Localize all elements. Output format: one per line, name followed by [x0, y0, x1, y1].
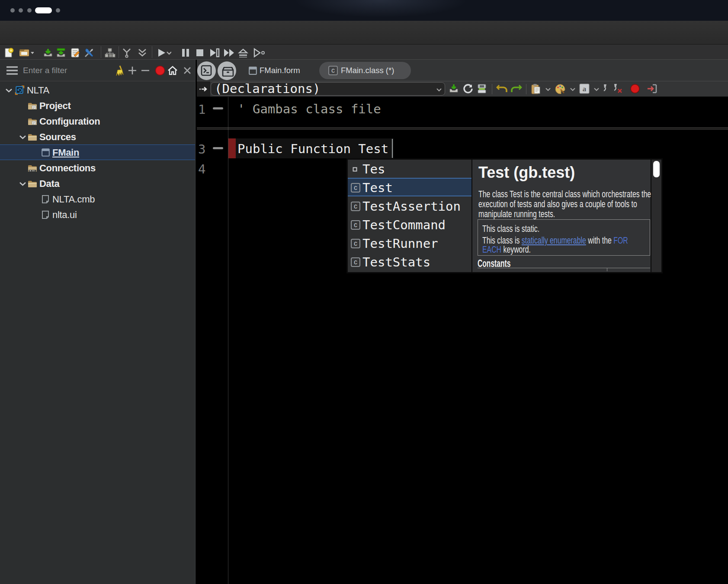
menubar-strip — [0, 21, 728, 44]
tree-item-nlta-ui[interactable]: nlta.ui — [0, 207, 195, 223]
run-until-cursor-button[interactable] — [253, 48, 263, 58]
autocomplete-query: Tes — [362, 160, 385, 179]
make-executable-button[interactable] — [104, 48, 115, 58]
tree-item-sources[interactable]: Sources — [0, 129, 195, 145]
save-all-button[interactable] — [56, 48, 66, 58]
chevron-down-icon[interactable] — [19, 135, 26, 139]
comment-button[interactable] — [603, 83, 614, 95]
main-toolbar — [0, 44, 728, 60]
statically-enumerable-link[interactable]: statically enumerable — [522, 235, 586, 246]
goto-button[interactable] — [197, 81, 210, 96]
pause-button[interactable] — [180, 48, 191, 58]
autocomplete-item-testrunner[interactable]: cTestRunner — [348, 234, 471, 253]
combo-value: (Declarations) — [215, 83, 320, 95]
tree-item-fmain[interactable]: FMain — [0, 144, 195, 160]
tree-item-configuration[interactable]: Configuration — [0, 114, 195, 129]
format-code-button[interactable] — [555, 83, 566, 95]
preferences-button[interactable] — [84, 48, 94, 58]
paste-button[interactable] — [531, 83, 542, 95]
autocomplete-popup: TescTestcTestAssertioncTestCommandcTestR… — [346, 158, 663, 273]
undo-button[interactable] — [496, 83, 507, 95]
text-style-button[interactable]: a — [579, 83, 590, 95]
tab-label: FMain.class (*) — [341, 62, 394, 79]
toolbar-separator — [152, 46, 152, 58]
autocomplete-item-label: TestStats — [362, 253, 430, 272]
merge-button[interactable] — [122, 48, 132, 58]
step-into-button[interactable] — [209, 48, 219, 58]
workspace-dot-1[interactable] — [10, 8, 15, 13]
gambas-ide-window: Enter a filter NLTAProjectConfigurationS… — [0, 0, 728, 584]
autocomplete-item-teststats[interactable]: cTestStats — [348, 253, 471, 272]
tab-fmain-class[interactable]: cFMain.class (*) — [319, 62, 411, 79]
goto-arrow-icon — [199, 86, 208, 93]
combo-chevron-icon — [436, 88, 442, 92]
save-file-button[interactable] — [477, 83, 488, 95]
documentation-panel: Test (gb.test) The class Test is the cen… — [472, 160, 651, 272]
tree-item-label: NLTA.cmb — [52, 192, 95, 207]
gambas-project-icon — [15, 85, 25, 95]
record-icon[interactable] — [155, 65, 165, 76]
clean-filter-icon[interactable] — [114, 65, 124, 76]
console-button[interactable] — [197, 61, 216, 80]
chevron-down-icon[interactable] — [19, 182, 26, 186]
insert-button[interactable] — [449, 83, 460, 95]
tree-item-nlta-cmb[interactable]: NLTA.cmb — [0, 192, 195, 207]
tree-item-label: Connections — [39, 160, 96, 176]
declarations-combo[interactable]: (Declarations) — [211, 82, 445, 96]
doc-note-static: This class is static. — [482, 224, 647, 234]
tree-item-label: Project — [39, 98, 71, 114]
breakpoint-button[interactable] — [630, 83, 641, 95]
active-workspace-pill[interactable] — [35, 7, 52, 13]
goto-definition-button[interactable] — [647, 83, 658, 95]
save-button[interactable] — [43, 48, 53, 58]
autocomplete-list: TescTestcTestAssertioncTestCommandcTestR… — [348, 160, 471, 272]
line-number: 3 — [198, 142, 224, 157]
autocomplete-item-testassertion[interactable]: cTestAssertion — [348, 197, 471, 216]
text-caret — [392, 139, 393, 158]
tree-item-project[interactable]: Project — [0, 98, 195, 114]
remove-icon[interactable] — [141, 69, 150, 72]
fold-indicator[interactable] — [213, 147, 223, 149]
dropdown-chevron-icon[interactable] — [593, 87, 600, 91]
note-text: with the — [586, 235, 613, 246]
open-project-button[interactable] — [19, 48, 29, 58]
add-icon[interactable] — [128, 66, 137, 75]
uncomment-button[interactable] — [613, 83, 624, 95]
gutter-divider — [228, 97, 228, 584]
fold-indicator[interactable] — [213, 107, 223, 109]
menu-icon[interactable] — [6, 66, 19, 75]
stop-button[interactable] — [195, 48, 205, 58]
filter-input[interactable]: Enter a filter — [23, 60, 67, 81]
chevron-down-icon[interactable] — [5, 88, 13, 93]
code-editor[interactable]: 1' Gambas class file3Public Function Tes… — [197, 97, 728, 584]
toolbar-separator — [101, 46, 101, 58]
editor-toolbar-separator — [526, 84, 526, 94]
tab-fmain-form[interactable]: FMain.form — [248, 60, 317, 81]
return-from-function-button[interactable] — [237, 48, 248, 58]
redo-button[interactable] — [511, 83, 522, 95]
doc-scrollbar-thumb[interactable] — [653, 161, 660, 177]
archive-button[interactable] — [218, 61, 236, 80]
editor-toolbar: (Declarations)a — [197, 81, 728, 97]
workspace-dot-3[interactable] — [27, 8, 32, 13]
workspace-dot-2[interactable] — [19, 8, 23, 13]
dropdown-chevron-icon[interactable] — [570, 87, 576, 91]
new-file-button[interactable] — [3, 48, 14, 58]
doc-title: Test (gb.test) — [478, 164, 575, 181]
doc-scrollbar[interactable] — [651, 160, 661, 272]
tree-item-nlta[interactable]: NLTA — [0, 83, 195, 98]
project-properties-button[interactable] — [70, 48, 80, 58]
forward-button[interactable] — [223, 48, 233, 58]
autocomplete-item-testcommand[interactable]: cTestCommand — [348, 216, 471, 234]
home-icon[interactable] — [167, 66, 178, 75]
tree-item-data[interactable]: Data — [0, 176, 195, 192]
autocomplete-item-test[interactable]: cTest — [348, 178, 471, 196]
close-filter-icon[interactable] — [183, 66, 192, 75]
workspace-dot-5[interactable] — [56, 8, 60, 13]
dropdown-chevron-icon[interactable] — [545, 87, 551, 91]
tree-item-connections[interactable]: Connections — [0, 160, 195, 176]
expand-all-button[interactable] — [137, 48, 148, 58]
run-button[interactable] — [157, 48, 167, 58]
reload-button[interactable] — [463, 83, 474, 95]
project-sidebar: Enter a filter NLTAProjectConfigurationS… — [0, 60, 196, 584]
